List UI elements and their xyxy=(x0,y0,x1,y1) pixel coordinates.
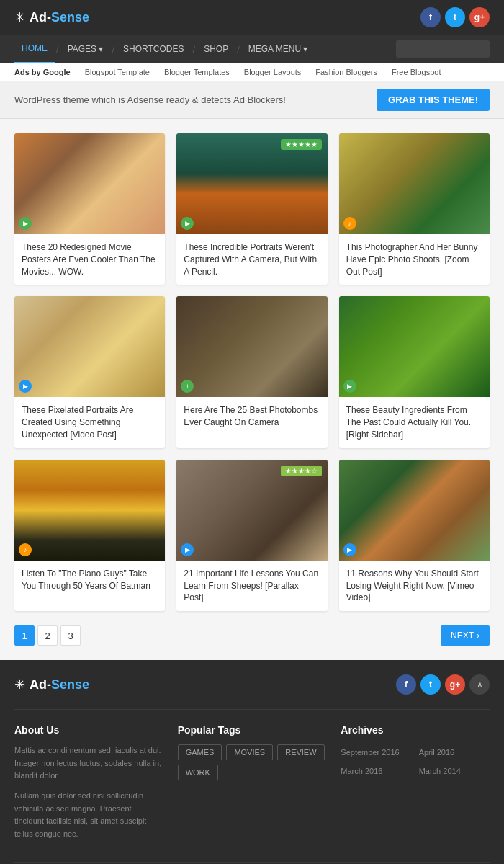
header-social: f t g+ xyxy=(420,7,490,27)
card-1-title: These 20 Redesigned Movie Posters Are Ev… xyxy=(22,241,158,277)
site-header: ✳ Ad-Sense f t g+ xyxy=(0,0,504,35)
archive-apr2016[interactable]: April 2016 xyxy=(419,744,490,760)
logo[interactable]: ✳ Ad-Sense xyxy=(14,9,89,25)
card-5[interactable]: + Here Are The 25 Best Photobombs Ever C… xyxy=(176,296,327,447)
logo-icon: ✳ xyxy=(14,9,25,25)
card-9-title: 11 Reasons Why You Should Start Losing W… xyxy=(346,568,482,604)
card-4-image xyxy=(14,296,165,397)
scroll-top-button[interactable]: ∧ xyxy=(469,674,490,695)
footer-about-text1: Mattis ac condimentum sed, iaculis at du… xyxy=(14,744,163,783)
card-3-title: This Photographer And Her Bunny Have Epi… xyxy=(346,241,482,277)
card-2-image-wrap: ★★★★★ ▶ xyxy=(176,133,327,234)
archive-mar2016[interactable]: March 2016 xyxy=(341,763,411,779)
card-1-image-wrap: ▶ xyxy=(14,133,165,234)
pagination: 1 2 3 NEXT › xyxy=(14,625,490,646)
page-2[interactable]: 2 xyxy=(37,625,58,646)
card-5-image-wrap: + xyxy=(176,296,327,397)
footer-googleplus-button[interactable]: g+ xyxy=(445,674,465,695)
card-4-body: These Pixelated Portraits Are Created Us… xyxy=(14,397,165,447)
subnav-free[interactable]: Free Blogspot xyxy=(392,68,441,76)
footer-columns: About Us Mattis ac condimentum sed, iacu… xyxy=(14,710,490,862)
card-3[interactable]: ♪ This Photographer And Her Bunny Have E… xyxy=(339,133,490,285)
logo-sense: Sense xyxy=(51,10,89,25)
footer-tags-title: Popular Tags xyxy=(178,724,327,736)
card-6-image xyxy=(339,296,490,397)
footer-facebook-button[interactable]: f xyxy=(396,674,416,695)
footer-about-text2: Nullam quis dolor sed nisi sollicitudin … xyxy=(14,790,163,840)
footer-logo[interactable]: ✳ Ad-Sense xyxy=(14,677,89,692)
card-6-title: These Beauty Ingredients From The Past C… xyxy=(346,404,482,440)
card-3-body: This Photographer And Her Bunny Have Epi… xyxy=(339,234,490,285)
search-input[interactable] xyxy=(396,40,490,58)
nav-home[interactable]: HOME xyxy=(14,35,55,63)
twitter-button[interactable]: t xyxy=(445,7,465,27)
card-1[interactable]: ▶ These 20 Redesigned Movie Posters Are … xyxy=(14,133,165,285)
card-9[interactable]: ▶ 11 Reasons Why You Should Start Losing… xyxy=(339,460,490,611)
card-9-body: 11 Reasons Why You Should Start Losing W… xyxy=(339,561,490,611)
page-numbers: 1 2 3 xyxy=(14,625,81,646)
card-1-body: These 20 Redesigned Movie Posters Are Ev… xyxy=(14,234,165,285)
card-8-image-wrap: ★★★★☆ ▶ xyxy=(176,460,327,561)
card-2[interactable]: ★★★★★ ▶ These Incredible Portraits Weren… xyxy=(176,133,327,285)
archive-sep2016[interactable]: September 2016 xyxy=(341,744,411,760)
subnav-blogspot[interactable]: Blogspot Template xyxy=(85,68,150,76)
footer-about-title: About Us xyxy=(14,724,163,736)
card-2-body: These Incredible Portraits Weren't Captu… xyxy=(176,234,327,285)
subnav-fashion[interactable]: Fashion Bloggers xyxy=(315,68,377,76)
nav-links: HOME / PAGES ▾ / SHORTCODES / SHOP / MEG… xyxy=(14,35,315,63)
tags-container: GAMES MOVIES REVIEW WORK xyxy=(178,744,327,780)
card-7-image-wrap: ♪ xyxy=(14,460,165,561)
card-7-badge: ♪ xyxy=(19,543,32,556)
grab-theme-button[interactable]: GRAB THIS THEME! xyxy=(377,89,490,111)
card-9-image xyxy=(339,460,490,561)
footer-about: About Us Mattis ac condimentum sed, iacu… xyxy=(14,724,163,847)
tag-games[interactable]: GAMES xyxy=(178,744,222,760)
card-7-title: Listen To "The Piano Guys" Take You Thro… xyxy=(22,568,158,592)
card-8[interactable]: ★★★★☆ ▶ 21 Important Life Lessons You Ca… xyxy=(176,460,327,611)
card-4-image-wrap: ▶ xyxy=(14,296,165,397)
googleplus-button[interactable]: g+ xyxy=(469,7,490,27)
card-6[interactable]: ▶ These Beauty Ingredients From The Past… xyxy=(339,296,490,447)
article-grid: ▶ These 20 Redesigned Movie Posters Are … xyxy=(14,133,490,611)
card-5-body: Here Are The 25 Best Photobombs Ever Cau… xyxy=(176,397,327,436)
footer-logo-icon: ✳ xyxy=(14,677,25,692)
footer-top: ✳ Ad-Sense f t g+ ∧ xyxy=(14,674,490,710)
page-1[interactable]: 1 xyxy=(14,625,35,646)
card-7-image xyxy=(14,460,165,561)
footer-archives-title: Archives xyxy=(341,724,490,736)
nav-pages[interactable]: PAGES ▾ xyxy=(60,35,111,63)
logo-text: Ad-Sense xyxy=(30,10,89,25)
card-3-badge: ♪ xyxy=(343,217,356,230)
card-4[interactable]: ▶ These Pixelated Portraits Are Created … xyxy=(14,296,165,447)
promo-banner: WordPress theme which is Adsense ready &… xyxy=(0,81,504,119)
card-1-badge: ▶ xyxy=(19,217,32,230)
main-nav: HOME / PAGES ▾ / SHORTCODES / SHOP / MEG… xyxy=(0,35,504,63)
tag-work[interactable]: WORK xyxy=(178,765,218,780)
card-7[interactable]: ♪ Listen To "The Piano Guys" Take You Th… xyxy=(14,460,165,611)
tag-movies[interactable]: MOVIES xyxy=(226,744,273,760)
nav-shortcodes[interactable]: SHORTCODES xyxy=(116,35,191,63)
card-6-body: These Beauty Ingredients From The Past C… xyxy=(339,397,490,447)
footer-twitter-button[interactable]: t xyxy=(420,674,441,695)
archive-mar2014[interactable]: March 2014 xyxy=(419,763,490,779)
nav-megamenu[interactable]: MEGA MENU ▾ xyxy=(241,35,315,63)
card-8-body: 21 Important Life Lessons You Can Learn … xyxy=(176,561,327,611)
card-6-image-wrap: ▶ xyxy=(339,296,490,397)
page-3[interactable]: 3 xyxy=(60,625,81,646)
archives-container: September 2016 April 2016 March 2016 Mar… xyxy=(341,744,490,779)
subnav-blogger-templates[interactable]: Blogger Templates xyxy=(164,68,230,76)
footer-archives: Archives September 2016 April 2016 March… xyxy=(341,724,490,847)
card-3-image xyxy=(339,133,490,234)
subnav-blogger-layouts[interactable]: Blogger Layouts xyxy=(244,68,302,76)
tag-review[interactable]: REVIEW xyxy=(277,744,324,760)
subnav: Ads by Google Blogspot Template Blogger … xyxy=(0,63,504,81)
card-2-title: These Incredible Portraits Weren't Captu… xyxy=(184,241,320,277)
next-button[interactable]: NEXT › xyxy=(441,625,490,646)
footer-logo-text: Ad-Sense xyxy=(30,677,89,692)
card-7-body: Listen To "The Piano Guys" Take You Thro… xyxy=(14,561,165,600)
card-5-title: Here Are The 25 Best Photobombs Ever Cau… xyxy=(184,404,320,429)
subnav-ads[interactable]: Ads by Google xyxy=(14,68,71,76)
card-8-badge: ▶ xyxy=(181,543,194,556)
facebook-button[interactable]: f xyxy=(420,7,441,27)
nav-shop[interactable]: SHOP xyxy=(197,35,235,63)
